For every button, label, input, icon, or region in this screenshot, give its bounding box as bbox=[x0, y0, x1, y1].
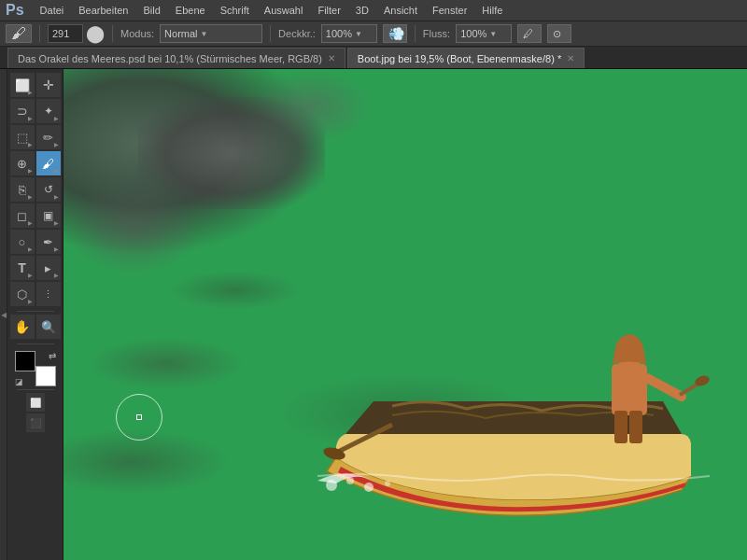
menu-schrift[interactable]: Schrift bbox=[214, 3, 256, 18]
modus-label: Modus: bbox=[120, 28, 154, 39]
tool-crop[interactable]: ⬚ ▶ bbox=[10, 125, 35, 149]
dodge-icon: ○ bbox=[19, 235, 26, 249]
healing-arrow: ▶ bbox=[28, 167, 33, 174]
separator-1 bbox=[39, 25, 40, 42]
brush-mode-dropdown[interactable]: 🖌 bbox=[6, 24, 32, 43]
tool-pen[interactable]: ✒ ▶ bbox=[36, 230, 61, 254]
gradient-arrow: ▶ bbox=[54, 219, 59, 226]
brush-size-input[interactable] bbox=[48, 24, 83, 43]
hand-icon: ✋ bbox=[14, 319, 30, 334]
modus-value: Normal bbox=[164, 28, 197, 39]
tool-history-brush[interactable]: ↺ ▶ bbox=[36, 177, 61, 202]
tool-screen-mode[interactable]: ⬛ bbox=[26, 413, 45, 432]
eraser-icon: ◻ bbox=[17, 209, 27, 223]
fluss-arrow: ▼ bbox=[489, 30, 497, 38]
tool-text[interactable]: T ▶ bbox=[10, 256, 35, 280]
foreground-color-swatch[interactable] bbox=[15, 351, 35, 371]
fluss-dropdown[interactable]: 100% ▼ bbox=[456, 24, 512, 43]
canvas-area[interactable] bbox=[63, 69, 747, 560]
tool-row-bottom: ⬜ bbox=[7, 393, 63, 412]
menu-3d[interactable]: 3D bbox=[349, 3, 375, 18]
menu-ebene[interactable]: Ebene bbox=[169, 3, 212, 18]
tool-marquee-rect[interactable]: ⬜ ▶ bbox=[10, 73, 35, 97]
deckkraft-value: 100% bbox=[326, 28, 352, 39]
background-color-swatch[interactable] bbox=[35, 366, 56, 386]
color-reset-icon[interactable]: ◪ bbox=[15, 377, 23, 386]
brush-picker-icon[interactable]: ⬤ bbox=[86, 23, 105, 44]
tab-document-2-close[interactable]: ✕ bbox=[567, 53, 574, 63]
marquee-rect-arrow: ▶ bbox=[28, 89, 33, 95]
gradient-icon: ▣ bbox=[43, 209, 53, 222]
tool-magic-wand[interactable]: ✦ ▶ bbox=[36, 99, 61, 123]
tab-document-1-close[interactable]: ✕ bbox=[328, 53, 335, 63]
tool-gradient[interactable]: ▣ ▶ bbox=[36, 203, 61, 228]
menu-filter[interactable]: Filter bbox=[311, 3, 346, 18]
eyedropper-arrow: ▶ bbox=[54, 141, 59, 147]
magic-wand-arrow: ▶ bbox=[54, 115, 59, 121]
tool-row-10: ✋ 🔍 bbox=[7, 315, 63, 339]
deckkraft-label: Deckkr.: bbox=[278, 28, 316, 39]
quick-mask-icon: ⬜ bbox=[30, 398, 41, 408]
tool-row-5: ⎘ ▶ ↺ ▶ bbox=[7, 177, 63, 202]
main-area: ◀ ⬜ ▶ ✛ ⊃ ▶ ✦ ▶ ⬚ ▶ bbox=[0, 69, 747, 560]
menu-auswahl[interactable]: Auswahl bbox=[258, 3, 310, 18]
tab-document-1[interactable]: Das Orakel des Meeres.psd bei 10,1% (Stü… bbox=[7, 48, 345, 68]
modus-dropdown[interactable]: Normal ▼ bbox=[160, 24, 262, 43]
screen-mode-icon: ⬛ bbox=[30, 418, 41, 428]
tool-row-3: ⬚ ▶ ✏ ▶ bbox=[7, 125, 63, 149]
tool-eyedropper[interactable]: ✏ ▶ bbox=[36, 125, 61, 149]
history-brush-icon: ↺ bbox=[44, 183, 53, 196]
color-swap-icon[interactable]: ⇄ bbox=[49, 351, 56, 361]
tool-shape[interactable]: ⬡ ▶ bbox=[10, 282, 35, 306]
tool-healing[interactable]: ⊕ ▶ bbox=[10, 151, 35, 175]
rock-patch-1 bbox=[63, 181, 204, 274]
placeholder-icon: ⋮ bbox=[43, 288, 53, 301]
tool-brush[interactable]: 🖌 ▶ bbox=[36, 151, 61, 175]
tool-zoom[interactable]: 🔍 bbox=[36, 315, 61, 339]
tab-document-2-label: Boot.jpg bei 19,5% (Boot, Ebenenmaske/8)… bbox=[358, 53, 561, 64]
menu-bearbeiten[interactable]: Bearbeiten bbox=[72, 3, 134, 18]
menu-fenster[interactable]: Fenster bbox=[426, 3, 473, 18]
zoom-icon: 🔍 bbox=[41, 320, 56, 334]
deckkraft-arrow: ▼ bbox=[355, 30, 362, 38]
tool-dodge[interactable]: ○ ▶ bbox=[10, 230, 35, 254]
always-use-pressure-button[interactable]: ⊙ bbox=[547, 24, 571, 43]
tool-quick-mask[interactable]: ⬜ bbox=[26, 393, 45, 412]
menu-bild[interactable]: Bild bbox=[136, 3, 166, 18]
fluss-label: Fluss: bbox=[423, 28, 450, 39]
deckkraft-dropdown[interactable]: 100% ▼ bbox=[321, 24, 377, 43]
healing-icon: ⊕ bbox=[17, 157, 27, 171]
canvas-image bbox=[63, 69, 747, 560]
separator-3 bbox=[270, 25, 271, 42]
panel-collapse-bar[interactable]: ◀ bbox=[0, 69, 7, 560]
color-widget: ⇄ ◪ bbox=[15, 351, 56, 386]
svg-point-7 bbox=[346, 477, 354, 484]
brush-arrow: ▶ bbox=[54, 167, 59, 174]
tool-row-7: ○ ▶ ✒ ▶ bbox=[7, 230, 63, 254]
airbrush-button[interactable]: 💨 bbox=[383, 24, 407, 43]
tool-placeholder[interactable]: ⋮ bbox=[36, 282, 61, 306]
fluss-value: 100% bbox=[460, 28, 486, 39]
tool-sep-1 bbox=[17, 311, 54, 312]
tool-path-select[interactable]: ▸ ▶ bbox=[36, 256, 61, 280]
magic-wand-icon: ✦ bbox=[44, 105, 53, 118]
tool-lasso[interactable]: ⊃ ▶ bbox=[10, 99, 35, 123]
tool-row-1: ⬜ ▶ ✛ bbox=[7, 73, 63, 97]
clone-stamp-icon: ⎘ bbox=[19, 183, 26, 197]
tool-hand[interactable]: ✋ bbox=[10, 315, 35, 339]
lasso-icon: ⊃ bbox=[17, 104, 28, 119]
svg-point-8 bbox=[364, 483, 374, 492]
shape-icon: ⬡ bbox=[17, 287, 27, 301]
tab-document-2[interactable]: Boot.jpg bei 19,5% (Boot, Ebenenmaske/8)… bbox=[347, 48, 585, 68]
tool-move[interactable]: ✛ bbox=[36, 73, 61, 97]
clone-stamp-arrow: ▶ bbox=[28, 193, 33, 200]
tablet-pressure-button[interactable]: 🖊 bbox=[517, 24, 542, 43]
menu-datei[interactable]: Datei bbox=[34, 3, 71, 18]
menu-ansicht[interactable]: Ansicht bbox=[377, 3, 424, 18]
tool-eraser[interactable]: ◻ ▶ bbox=[10, 203, 35, 228]
tool-sep-3 bbox=[17, 389, 54, 390]
tool-sep-2 bbox=[17, 343, 54, 344]
svg-rect-2 bbox=[614, 411, 627, 443]
menu-hilfe[interactable]: Hilfe bbox=[475, 3, 509, 18]
tool-clone-stamp[interactable]: ⎘ ▶ bbox=[10, 177, 35, 202]
